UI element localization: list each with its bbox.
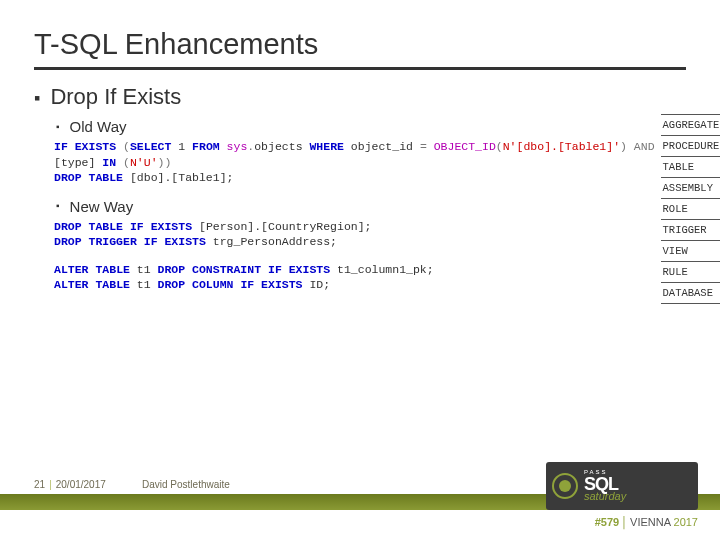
footer-author: David Postlethwaite <box>142 479 230 490</box>
table-row: AGGREGATESCHEMA USER <box>661 115 720 136</box>
table-row: ASSEMBLYVIEW <box>661 178 720 199</box>
code-new-way-1: DROP TABLE IF EXISTS [Person].[CountryRe… <box>54 219 655 250</box>
table-cell: PROCEDURE <box>661 136 720 157</box>
subsection-new: New Way <box>70 198 134 215</box>
table-cell: VIEW <box>661 241 720 262</box>
code-new-way-2: ALTER TABLE t1 DROP CONSTRAINT IF EXISTS… <box>54 262 655 293</box>
table-cell: ASSEMBLY <box>661 178 720 199</box>
object-types-table: AGGREGATESCHEMA USERPROCEDUREDEFAULTTABL… <box>661 114 720 304</box>
event-tag: #579│VIENNA 2017 <box>595 516 698 528</box>
slide-title: T-SQL Enhancements <box>34 28 686 70</box>
table-cell: TABLE <box>661 157 720 178</box>
bullet-icon: ▪ <box>56 122 60 132</box>
table-row: DATABASESYNONYM <box>661 283 720 304</box>
sql-saturday-logo: PASS SQL saturday <box>546 462 698 510</box>
bullet-icon: ▪ <box>34 89 40 107</box>
table-row: VIEWINDEX <box>661 241 720 262</box>
table-cell: DATABASE <box>661 283 720 304</box>
table-cell: TRIGGER <box>661 220 720 241</box>
code-old-way: IF EXISTS (SELECT 1 FROM sys.objects WHE… <box>54 139 655 186</box>
footer-page-date: 21|20/01/2017 <box>34 479 106 490</box>
table-row: PROCEDUREDEFAULT <box>661 136 720 157</box>
subsection-old: Old Way <box>70 118 127 135</box>
table-row: TABLESECURITY POLICY <box>661 157 720 178</box>
table-cell: AGGREGATE <box>661 115 720 136</box>
table-cell: ROLE <box>661 199 720 220</box>
table-cell: RULE <box>661 262 720 283</box>
key-icon <box>552 473 578 499</box>
table-row: RULETYPE <box>661 262 720 283</box>
table-row: TRIGGERSEQUENCE <box>661 220 720 241</box>
section-heading: Drop If Exists <box>50 84 181 110</box>
bullet-icon: ▪ <box>56 201 60 211</box>
table-row: ROLEFUNCTION <box>661 199 720 220</box>
